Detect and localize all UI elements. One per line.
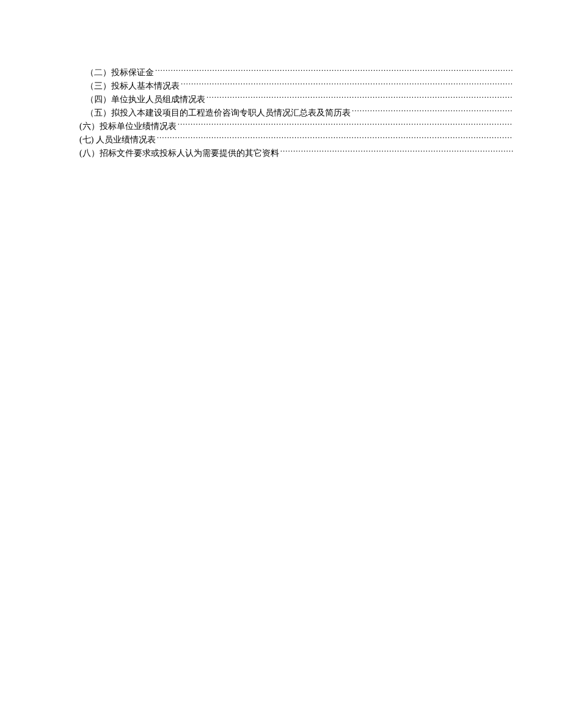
toc-entry-label: (八）招标文件要求或投标人认为需要提供的其它资料 bbox=[79, 147, 279, 160]
toc-leader-dots bbox=[155, 67, 513, 75]
toc-entry-label: （三）投标人基本情况表 bbox=[86, 79, 180, 93]
toc-entry-label: （二）投标保证金 bbox=[86, 66, 154, 79]
toc-entry: (七) 人员业绩情况表 bbox=[79, 133, 513, 147]
toc-entry: （三）投标人基本情况表 bbox=[79, 79, 513, 93]
toc-leader-dots bbox=[352, 107, 513, 116]
table-of-contents: （二）投标保证金 （三）投标人基本情况表 （四）单位执业人员组成情况表 （五）拟… bbox=[79, 66, 513, 160]
toc-entry-label: (七) 人员业绩情况表 bbox=[79, 133, 156, 147]
toc-entry-label: （四）单位执业人员组成情况表 bbox=[86, 93, 205, 106]
toc-leader-dots bbox=[178, 120, 513, 129]
toc-entry: (八）招标文件要求或投标人认为需要提供的其它资料 bbox=[79, 147, 513, 160]
toc-leader-dots bbox=[206, 94, 513, 102]
toc-entry: （五）拟投入本建设项目的工程造价咨询专职人员情况汇总表及简历表 bbox=[79, 106, 513, 120]
toc-leader-dots bbox=[157, 134, 513, 142]
toc-entry-label: （五）拟投入本建设项目的工程造价咨询专职人员情况汇总表及简历表 bbox=[86, 106, 351, 120]
toc-entry: (六）投标单位业绩情况表 bbox=[79, 120, 513, 133]
toc-leader-dots bbox=[181, 80, 513, 89]
toc-leader-dots bbox=[280, 147, 513, 156]
toc-entry: （二）投标保证金 bbox=[79, 66, 513, 79]
toc-entry: （四）单位执业人员组成情况表 bbox=[79, 93, 513, 106]
toc-entry-label: (六）投标单位业绩情况表 bbox=[79, 120, 177, 133]
